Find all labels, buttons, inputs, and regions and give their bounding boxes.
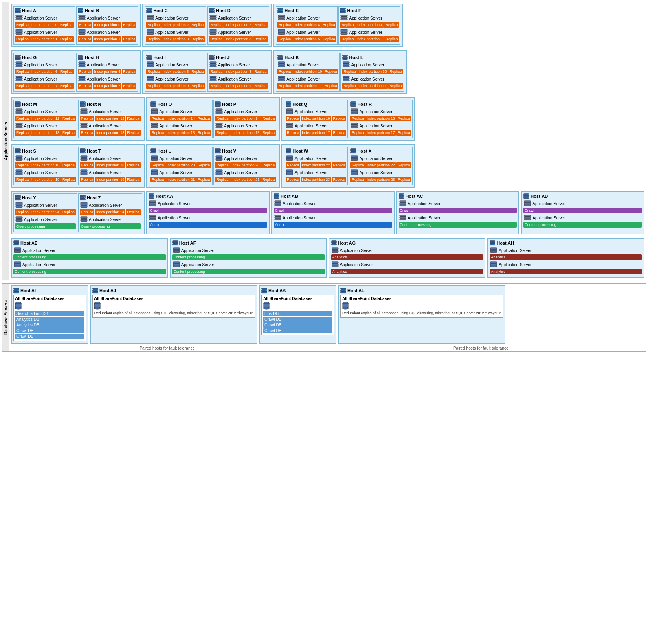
replica-a1b: Replica: [59, 36, 74, 42]
host-al-db: Host AL All SharePoint Databases Redunda…: [338, 285, 505, 344]
replica-b1b: Replica: [122, 36, 136, 42]
host-b: Host B Application Server Replica Index …: [76, 6, 138, 45]
host-d: Host D Application Server Replica Index …: [207, 6, 269, 45]
host-w: Host W Application Server Replica Index …: [284, 147, 348, 185]
paired-label-1: Paired hosts for fault tolerance: [11, 346, 323, 350]
host-c: Host C Application Server Replica Index …: [145, 6, 206, 45]
paired-label-2: Paired hosts for fault tolerance: [325, 346, 637, 350]
app-servers-section: Application Servers Host A Application S…: [2, 2, 646, 280]
host-i: Host I Application Server Replica Index …: [145, 53, 206, 92]
host-group-cd: Host C Application Server Replica Index …: [142, 4, 272, 47]
app-server-label-a2: Application Server: [24, 30, 57, 35]
app-server-label-b2: Application Server: [87, 30, 120, 35]
host-q: Host Q Application Server Replica Index …: [284, 100, 348, 138]
host-y: Host Y Application Server Replica Index …: [13, 193, 77, 232]
partition-1b: Index partition 1: [93, 36, 121, 42]
host-af-box: Host AF Application Server Content proce…: [170, 238, 327, 278]
host-group-mn: Host M Application Server Replica Index …: [11, 97, 145, 141]
replica-b1: Replica: [78, 36, 92, 42]
host-c-label: Host C: [153, 8, 167, 13]
host-u: Host U Application Server Replica Index …: [149, 147, 213, 185]
host-group-ab: Host A Application Server Replica Index …: [11, 4, 141, 47]
host-group-wx: Host W Application Server Replica Index …: [281, 144, 415, 188]
replica-a0: Replica: [15, 22, 30, 28]
db-servers-section: Database Servers Host AI All SharePoint …: [2, 283, 646, 352]
app-server-label-b1: Application Server: [87, 16, 120, 20]
host-aa-box: Host AA Application Server Crawl Applica…: [146, 191, 270, 234]
host-f: Host F Application Server Replica Index …: [338, 6, 400, 45]
host-ak-db: Host AK All SharePoint Databases Link DB…: [259, 285, 336, 344]
host-group-qr: Host Q Application Server Replica Index …: [281, 97, 415, 141]
db-servers-content: Host AI All SharePoint Databases Search …: [9, 284, 646, 345]
db-servers-label: Database Servers: [2, 284, 9, 351]
host-ad-box: Host AD Application Server Crawl Applica…: [521, 191, 644, 234]
host-ac-box: Host AC Application Server Crawl Applica…: [396, 191, 520, 234]
host-group-yz: Host Y Application Server Replica Index …: [11, 191, 145, 234]
replica-b0b: Replica: [122, 22, 136, 28]
host-ag-box: Host AG Application Server Analytics App…: [329, 238, 486, 278]
host-l: Host L Application Server Replica Index …: [340, 53, 404, 92]
partition-1: Index partition 1: [30, 36, 59, 42]
host-e: Host E Application Server Replica Index …: [276, 6, 338, 45]
host-group-kl: Host K Application Server Replica Index …: [273, 50, 407, 94]
host-ab-box: Host AB Application Server Crawl Applica…: [271, 191, 395, 234]
host-aj-db: Host AJ All SharePoint Databases Redunda…: [90, 285, 257, 344]
host-group-op: Host O Application Server Replica Index …: [146, 97, 280, 141]
host-group-ef: Host E Application Server Replica Index …: [273, 4, 403, 47]
host-v: Host V Application Server Replica Index …: [213, 147, 277, 185]
host-x: Host X Application Server Replica Index …: [349, 147, 413, 185]
replica-a0b: Replica: [59, 22, 74, 28]
host-r: Host R Application Server Replica Index …: [349, 100, 413, 138]
host-ae-box: Host AE Application Server Content proce…: [11, 238, 168, 278]
partition-0b: Index partition 0: [93, 22, 121, 28]
host-ah-box: Host AH Application Server Analytics App…: [487, 238, 644, 278]
host-p: Host P Application Server Replica Index …: [213, 100, 277, 138]
host-g: Host G Application Server Replica Index …: [13, 53, 75, 92]
host-a-label: Host A: [22, 8, 36, 13]
host-m: Host M Application Server Replica Index …: [13, 100, 77, 138]
host-t: Host T Application Server Replica Index …: [78, 147, 142, 185]
host-j: Host J Application Server Replica Index …: [207, 53, 269, 92]
host-ai-db: Host AI All SharePoint Databases Search …: [11, 285, 88, 344]
host-o: Host O Application Server Replica Index …: [149, 100, 213, 138]
host-group-gh-real: Host G Application Server Replica Index …: [11, 50, 141, 94]
host-group-st: Host S Application Server Replica Index …: [11, 144, 145, 188]
host-a: Host A Application Server Replica Index …: [13, 6, 75, 45]
host-group-ij: Host I Application Server Replica Index …: [142, 50, 272, 94]
host-n: Host N Application Server Replica Index …: [78, 100, 142, 138]
host-b-label: Host B: [85, 8, 99, 13]
replica-b0: Replica: [78, 22, 92, 28]
app-servers-content: Host A Application Server Replica Index …: [9, 2, 646, 280]
replica-a1: Replica: [15, 36, 30, 42]
host-k: Host K Application Server Replica Index …: [276, 53, 340, 92]
app-servers-label: Application Servers: [2, 2, 9, 280]
host-group-uv: Host U Application Server Replica Index …: [146, 144, 280, 188]
host-h: Host H Application Server Replica Index …: [76, 53, 138, 92]
host-s: Host S Application Server Replica Index …: [13, 147, 77, 185]
partition-0: Index partition 0: [30, 22, 59, 28]
host-z: Host Z Application Server Replica Index …: [78, 193, 142, 232]
app-server-label-a1: Application Server: [24, 16, 57, 20]
